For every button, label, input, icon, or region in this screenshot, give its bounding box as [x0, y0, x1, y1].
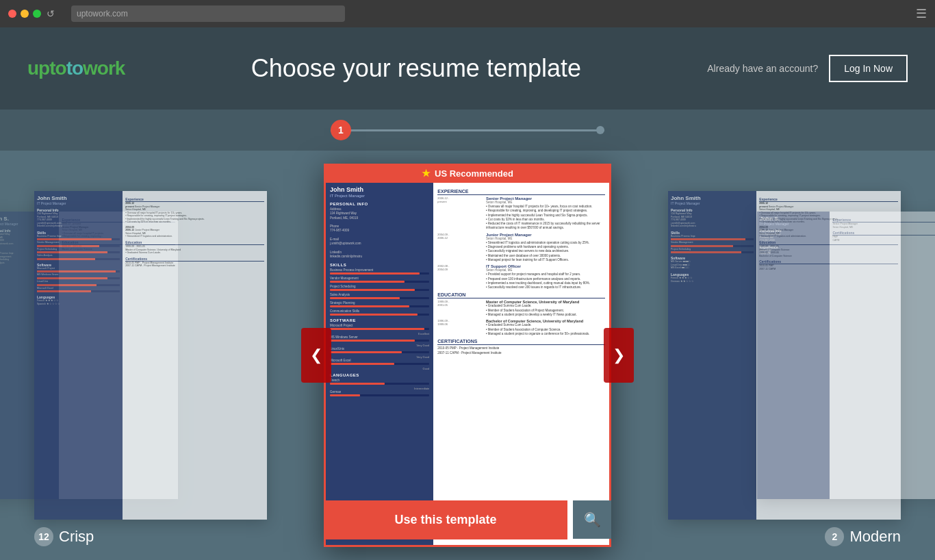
address-text: uptowork.com [77, 9, 128, 18]
template-cascade[interactable]: ★ US Recommended John Smith IT Project M… [324, 164, 611, 547]
us-recommended-badge: ★ US Recommended [326, 164, 609, 183]
logo-text1: upto [27, 58, 66, 79]
close-dot[interactable] [8, 10, 16, 18]
nav-arrow-right[interactable]: ❯ [604, 328, 634, 383]
progress-track: 1 [331, 129, 604, 131]
already-text: Already have an account? [707, 63, 818, 74]
left-name: John Smith [37, 195, 120, 201]
modern-name: Modern [849, 528, 901, 546]
header: uptotowork Choose your resume template A… [0, 27, 935, 110]
action-area: Use this template 🔍 [324, 500, 611, 539]
progress-area: 1 [0, 110, 935, 151]
modern-number: 2 [825, 527, 844, 546]
center-resume-name: John Smith [330, 186, 429, 193]
maximize-dot[interactable] [33, 10, 41, 18]
minimize-dot[interactable] [21, 10, 29, 18]
logo[interactable]: uptotowork [27, 58, 125, 79]
left-arrow-icon: ❮ [310, 346, 322, 364]
nav-arrow-left[interactable]: ❮ [301, 328, 331, 383]
right-arrow-icon: ❯ [613, 346, 625, 364]
zoom-button[interactable]: 🔍 [573, 500, 611, 539]
page-title: Choose your resume template [125, 54, 707, 83]
login-button[interactable]: Log In Now [829, 55, 908, 82]
browser-dots [8, 10, 41, 18]
template-far-right: John S. IT Project Manager Personal Info… [757, 212, 935, 499]
address-bar[interactable]: uptowork.com [71, 5, 345, 22]
right-subtitle: IT Project Manager [671, 201, 754, 205]
right-name: John Smith [671, 195, 754, 201]
browser-chrome: ↺ uptowork.com ☰ [0, 0, 935, 27]
page-content: uptotowork Choose your resume template A… [0, 27, 935, 560]
crisp-label: 12 Crisp [34, 527, 94, 546]
star-icon: ★ [422, 168, 431, 179]
left-subtitle: IT Project Manager [37, 201, 120, 205]
use-template-button[interactable]: Use this template [324, 500, 567, 539]
logo-text2: work [83, 58, 125, 79]
badge-text: US Recommended [435, 168, 513, 179]
crisp-name: Crisp [59, 528, 94, 546]
menu-icon[interactable]: ☰ [916, 6, 927, 21]
zoom-icon: 🔍 [584, 511, 601, 528]
progress-end-dot [596, 126, 604, 134]
modern-label: 2 Modern [825, 527, 901, 546]
crisp-number: 12 [34, 527, 53, 546]
refresh-icon[interactable]: ↺ [47, 8, 55, 19]
template-crisp[interactable]: John Smith IT Project Manager Personal I… [34, 191, 267, 520]
logo-accent: to [66, 58, 83, 79]
center-resume-title: IT Project Manager [330, 194, 429, 198]
progress-step-1: 1 [331, 120, 351, 140]
template-gallery: John S. IT Project Manager Personal Info… [0, 151, 935, 560]
header-right: Already have an account? Log In Now [707, 55, 908, 82]
